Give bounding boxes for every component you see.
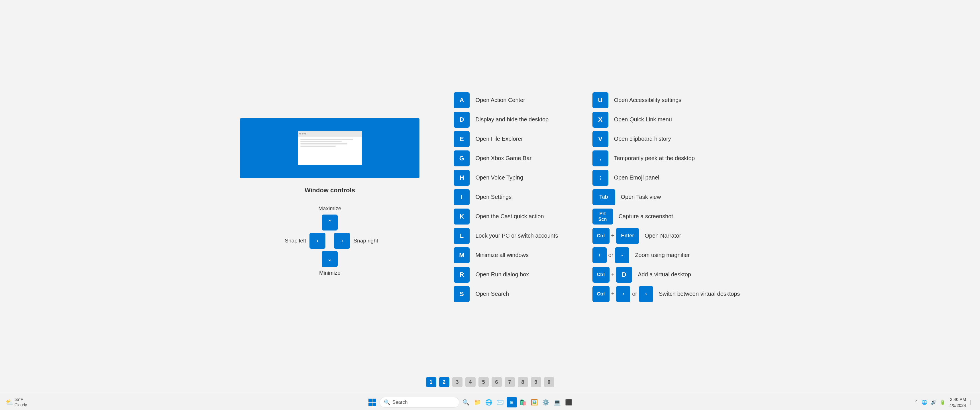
shortcut-row-l: L Lock your PC or switch accounts — [453, 228, 558, 244]
shortcut-row-g: G Open Xbox Game Bar — [453, 151, 558, 166]
clock-time: 2:40 PM — [950, 396, 966, 402]
key-l: L — [453, 228, 469, 244]
page-dot-9[interactable]: 9 — [531, 377, 541, 387]
taskbar-icon-vscode[interactable]: 💻 — [552, 397, 563, 407]
maximize-button[interactable]: ⌃ — [322, 215, 338, 230]
page-dot-5[interactable]: 5 — [479, 377, 489, 387]
page-dot-1[interactable]: 1 — [426, 377, 436, 387]
left-panel: Window controls Maximize ⌃ Snap left ‹ ›… — [240, 118, 420, 276]
key-m: M — [453, 247, 469, 263]
or-sep-1: or — [608, 252, 614, 258]
taskbar-icon-photos[interactable]: 🖼️ — [530, 397, 540, 407]
svg-rect-2 — [369, 403, 372, 406]
window-dot — [302, 133, 304, 135]
taskbar-icon-settings[interactable]: ⚙️ — [541, 397, 551, 407]
key-i: I — [453, 189, 469, 205]
controls-section: Maximize ⌃ Snap left ‹ › Snap right ⌄ Mi… — [278, 205, 382, 276]
key-ctrl-2: Ctrl — [592, 267, 609, 283]
key-s: S — [453, 286, 469, 302]
shortcut-row-semicolon: ; Open Emoji panel — [592, 170, 740, 186]
desc-zoom: Zoom using magnifier — [635, 252, 690, 258]
page-dot-3[interactable]: 3 — [452, 377, 463, 387]
taskbar-icon-terminal[interactable]: ⬛ — [564, 397, 574, 407]
shortcut-row-comma: , Temporarily peek at the desktop — [592, 151, 740, 166]
combo-ctrl-enter: Ctrl + Enter — [592, 228, 639, 244]
page-dot-7[interactable]: 7 — [505, 377, 515, 387]
window-dot — [299, 133, 301, 135]
taskbar-icon-app1[interactable]: ⊞ — [507, 397, 517, 407]
key-u: U — [592, 92, 608, 108]
maximize-label: Maximize — [318, 205, 341, 212]
shortcut-row-zoom: + or - Zoom using magnifier — [592, 247, 740, 263]
window-inner — [298, 131, 362, 165]
taskbar-icon-search[interactable]: 🔍 — [461, 397, 471, 407]
key-right-arrow: › — [639, 286, 653, 302]
taskbar-left: ⛅ 55°F Cloudy — [6, 397, 27, 407]
tray-icon-volume[interactable]: 🔊 — [929, 398, 937, 406]
window-illustration — [240, 118, 420, 178]
desc-semicolon: Open Emoji panel — [614, 174, 659, 181]
desc-ctrl-d: Add a virtual desktop — [638, 271, 691, 278]
key-enter: Enter — [616, 228, 639, 244]
desc-u: Open Accessibility settings — [614, 97, 682, 103]
shortcut-row-ctrl-enter: Ctrl + Enter Open Narrator — [592, 228, 740, 244]
taskbar-icon-explorer[interactable]: 📁 — [473, 397, 483, 407]
svg-rect-0 — [369, 399, 372, 402]
tray-icon-network[interactable]: 🌐 — [920, 398, 928, 406]
weather-condition: Cloudy — [14, 402, 27, 407]
combo-zoom: + or - — [592, 247, 630, 263]
desc-g: Open Xbox Game Bar — [475, 155, 531, 162]
shortcut-row-x: X Open Quick Link menu — [592, 112, 740, 128]
key-a: A — [453, 92, 469, 108]
key-h: H — [453, 170, 469, 186]
desc-r: Open Run dialog box — [475, 271, 529, 278]
taskbar-search[interactable]: 🔍 Search — [380, 397, 459, 408]
key-comma: , — [592, 151, 608, 166]
desc-d: Display and hide the desktop — [475, 116, 549, 123]
desc-ctrl-enter: Open Narrator — [644, 232, 681, 239]
taskbar-icon-edge[interactable]: 🌐 — [484, 397, 494, 407]
tray-icon-chevron[interactable]: ⌃ — [913, 398, 919, 406]
key-g: G — [453, 151, 469, 166]
window-body — [298, 137, 362, 150]
desc-comma: Temporarily peek at the desktop — [614, 155, 695, 162]
taskbar-weather[interactable]: ⛅ 55°F Cloudy — [6, 397, 27, 407]
shortcuts-right-panel: U Open Accessibility settings X Open Qui… — [592, 92, 740, 302]
shortcut-row-i: I Open Settings — [453, 189, 558, 205]
windows-button[interactable] — [366, 397, 378, 408]
page-dot-0[interactable]: 0 — [544, 377, 554, 387]
page-dot-8[interactable]: 8 — [518, 377, 528, 387]
show-desktop-button[interactable]: ▏ — [969, 399, 974, 406]
desc-m: Minimize all windows — [475, 252, 528, 258]
key-d-virt: D — [616, 267, 632, 283]
page-dot-4[interactable]: 4 — [465, 377, 476, 387]
taskbar-center: 🔍 Search 🔍 📁 🌐 ✉️ ⊞ 🛍️ 🖼️ ⚙️ 💻 ⬛ — [366, 397, 574, 408]
taskbar-clock[interactable]: 2:40 PM 4/5/2024 — [950, 396, 966, 408]
tray-icon-battery[interactable]: 🔋 — [939, 398, 947, 406]
snap-group: Snap left ‹ › Snap right — [278, 233, 382, 249]
shortcut-row-s: S Open Search — [453, 286, 558, 302]
shortcut-row-ctrl-d: Ctrl + D Add a virtual desktop — [592, 267, 740, 283]
shortcut-row-tab: Tab Open Task view — [592, 189, 740, 205]
desc-x: Open Quick Link menu — [614, 116, 672, 123]
weather-temp: 55°F — [14, 397, 27, 402]
minimize-button[interactable]: ⌄ — [322, 251, 338, 267]
desc-tab: Open Task view — [621, 194, 661, 200]
snap-right-button[interactable]: › — [334, 233, 350, 249]
svg-rect-1 — [372, 399, 376, 402]
page-dot-6[interactable]: 6 — [492, 377, 502, 387]
key-r: R — [453, 267, 469, 283]
taskbar-app-icons: 🔍 📁 🌐 ✉️ ⊞ 🛍️ 🖼️ ⚙️ 💻 ⬛ — [461, 397, 574, 407]
shortcut-row-prtscn: PrtScn Capture a screenshot — [592, 208, 740, 224]
key-prtscn: PrtScn — [592, 208, 613, 224]
key-minus: - — [615, 247, 629, 263]
taskbar-icon-mail[interactable]: ✉️ — [495, 397, 506, 407]
shortcut-row-v: V Open clipboard history — [592, 131, 740, 147]
minimize-group: ⌄ Minimize — [319, 251, 340, 276]
taskbar-icon-store[interactable]: 🛍️ — [518, 397, 528, 407]
page-dot-2[interactable]: 2 — [439, 377, 449, 387]
or-sep-2: or — [632, 291, 637, 297]
window-controls-label: Window controls — [305, 187, 355, 194]
snap-left-button[interactable]: ‹ — [309, 233, 325, 249]
shortcut-row-e: E Open File Explorer — [453, 131, 558, 147]
